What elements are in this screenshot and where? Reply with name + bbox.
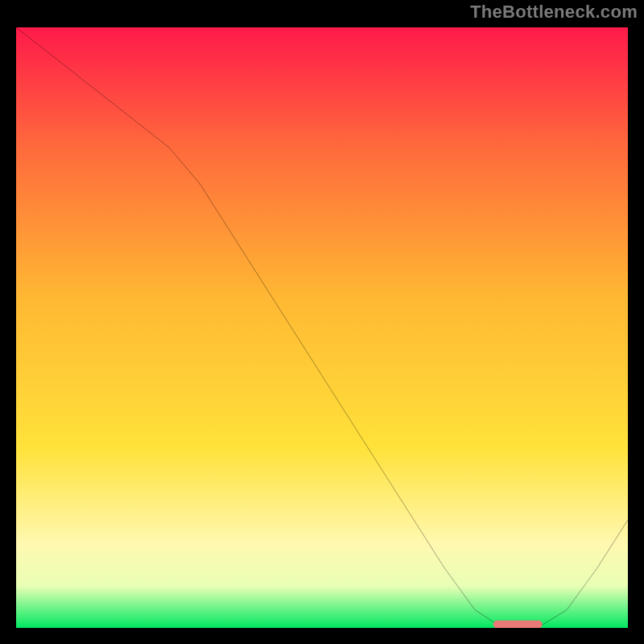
gradient-background <box>16 27 628 628</box>
watermark-text: TheBottleneck.com <box>470 2 638 23</box>
optimal-zone-marker <box>493 621 543 628</box>
plot-area <box>16 27 628 628</box>
chart-container: TheBottleneck.com <box>0 0 644 644</box>
chart-svg <box>16 27 628 628</box>
